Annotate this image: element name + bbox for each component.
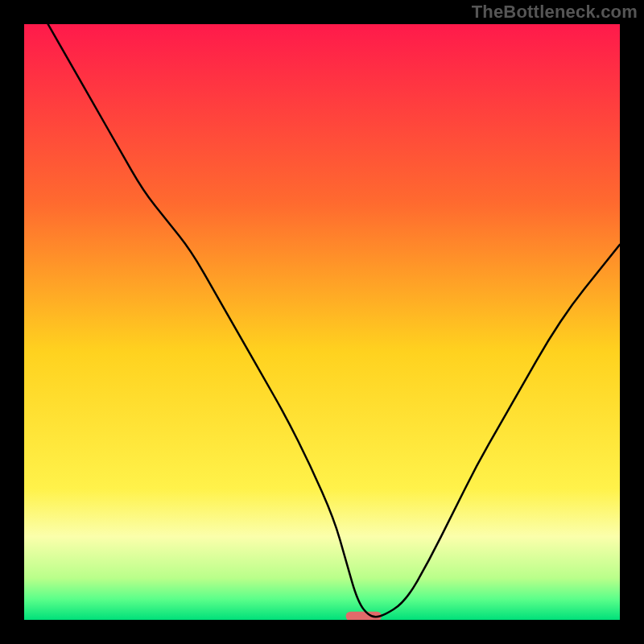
chart-plot-area [24,24,620,620]
chart-background-gradient [24,24,620,620]
watermark-text: TheBottleneck.com [472,2,638,23]
optimal-range-marker [346,612,382,620]
chart-svg [24,24,620,620]
chart-frame: TheBottleneck.com [0,0,644,644]
